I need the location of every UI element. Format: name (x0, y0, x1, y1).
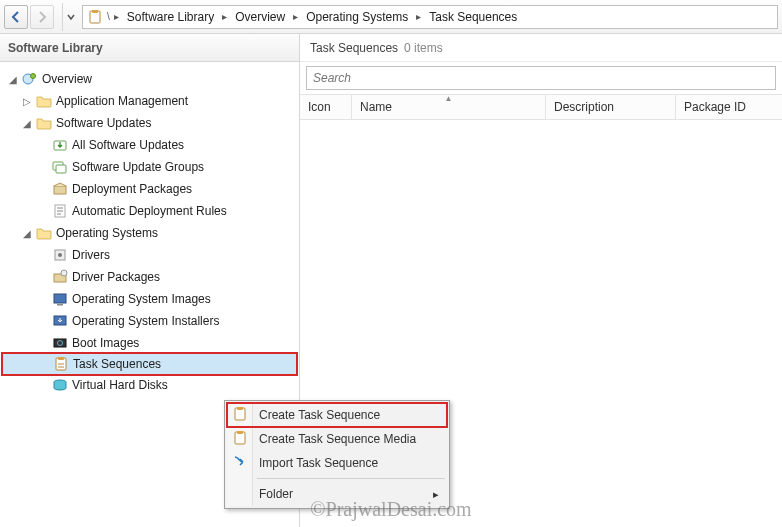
back-button[interactable] (4, 5, 28, 29)
tree-label: Software Update Groups (72, 160, 204, 174)
breadcrumb-item[interactable]: Task Sequences (423, 10, 523, 24)
tree-node-swupdates[interactable]: ◢ Software Updates (2, 112, 297, 134)
tree-label: Overview (42, 72, 92, 86)
os-image-icon (52, 291, 68, 307)
tree-label: Software Updates (56, 116, 151, 130)
search-input[interactable] (307, 71, 775, 85)
menu-create-task-sequence[interactable]: Create Task Sequence (227, 403, 447, 427)
svg-point-12 (61, 270, 67, 276)
tree-node-autodeploy[interactable]: Automatic Deployment Rules (2, 200, 297, 222)
update-icon (52, 137, 68, 153)
boot-image-icon (52, 335, 68, 351)
package-icon (52, 181, 68, 197)
folder-icon (36, 225, 52, 241)
menu-label: Import Task Sequence (259, 456, 378, 470)
tree-node-drivers[interactable]: Drivers (2, 244, 297, 266)
chevron-right-icon: ▸ (112, 11, 121, 22)
svg-rect-13 (54, 294, 66, 303)
tree-node-taskseq[interactable]: Task Sequences (2, 353, 297, 375)
tree-label: Application Management (56, 94, 188, 108)
tree-node-vhd[interactable]: Virtual Hard Disks (2, 374, 297, 396)
update-group-icon (52, 159, 68, 175)
tree-label: Drivers (72, 248, 110, 262)
chevron-right-icon: ▸ (220, 11, 229, 22)
menu-create-task-sequence-media[interactable]: Create Task Sequence Media (227, 427, 447, 451)
driver-icon (52, 247, 68, 263)
col-name[interactable]: Name (352, 95, 546, 119)
task-sequence-icon (53, 356, 69, 372)
search-box[interactable] (306, 66, 776, 90)
breadcrumb-item[interactable]: Operating Systems (300, 10, 414, 24)
svg-rect-19 (58, 357, 64, 360)
tree-node-deploypkg[interactable]: Deployment Packages (2, 178, 297, 200)
expander-icon[interactable]: ◢ (6, 74, 20, 85)
tree-node-driverpkg[interactable]: Driver Packages (2, 266, 297, 288)
svg-rect-14 (57, 304, 63, 306)
rules-icon (52, 203, 68, 219)
tree-node-allswu[interactable]: All Software Updates (2, 134, 297, 156)
tree-node-appmgmt[interactable]: ▷ Application Management (2, 90, 297, 112)
folder-icon (36, 115, 52, 131)
tree-label: Automatic Deployment Rules (72, 204, 227, 218)
clipboard-icon (232, 430, 248, 446)
tree-label: Operating System Installers (72, 314, 219, 328)
tree-label: Task Sequences (73, 357, 161, 371)
tree-label: Operating Systems (56, 226, 158, 240)
svg-point-10 (58, 253, 62, 257)
breadcrumb: \ ▸ Software Library ▸ Overview ▸ Operat… (82, 5, 778, 29)
vhd-icon (52, 377, 68, 393)
tree-label: Operating System Images (72, 292, 211, 306)
svg-rect-7 (54, 186, 66, 194)
expander-icon[interactable]: ◢ (20, 228, 34, 239)
expander-icon[interactable]: ▷ (20, 96, 34, 107)
breadcrumb-item[interactable]: Software Library (121, 10, 220, 24)
svg-rect-6 (56, 165, 66, 173)
menu-label: Create Task Sequence (259, 408, 380, 422)
svg-rect-24 (237, 431, 243, 434)
column-headers: Icon Name Description Package ID (300, 94, 782, 120)
tree-node-swugroups[interactable]: Software Update Groups (2, 156, 297, 178)
chevron-right-icon: ▸ (414, 11, 423, 22)
clipboard-icon (87, 9, 103, 25)
folder-icon (36, 93, 52, 109)
tree-node-bootimg[interactable]: Boot Images (2, 332, 297, 354)
driver-package-icon (52, 269, 68, 285)
toolbar: \ ▸ Software Library ▸ Overview ▸ Operat… (0, 0, 782, 34)
context-menu: Create Task Sequence Create Task Sequenc… (224, 400, 450, 509)
menu-label: Folder (259, 487, 293, 501)
col-icon[interactable]: Icon (300, 95, 352, 119)
import-icon (232, 454, 248, 470)
content-title: Task Sequences (310, 41, 398, 55)
breadcrumb-root-arrow[interactable]: \ (105, 11, 112, 22)
forward-button[interactable] (30, 5, 54, 29)
tree-node-osinstallers[interactable]: Operating System Installers (2, 310, 297, 332)
tree-node-overview[interactable]: ◢ Overview (2, 68, 297, 90)
tree-label: Boot Images (72, 336, 139, 350)
menu-label: Create Task Sequence Media (259, 432, 416, 446)
tree-label: Driver Packages (72, 270, 160, 284)
menu-folder[interactable]: Folder (227, 482, 447, 506)
menu-import-task-sequence[interactable]: Import Task Sequence (227, 451, 447, 475)
os-installer-icon (52, 313, 68, 329)
chevron-right-icon: ▸ (291, 11, 300, 22)
expander-icon[interactable]: ◢ (20, 118, 34, 129)
tree-label: Deployment Packages (72, 182, 192, 196)
item-count: 0 items (404, 41, 443, 55)
col-description[interactable]: Description (546, 95, 676, 119)
clipboard-icon (232, 406, 248, 422)
menu-separator (257, 478, 445, 479)
tree-node-osimages[interactable]: Operating System Images (2, 288, 297, 310)
overview-icon (22, 71, 38, 87)
svg-point-3 (31, 74, 36, 79)
tree-label: All Software Updates (72, 138, 184, 152)
content-header: Task Sequences 0 items (300, 34, 782, 62)
col-package-id[interactable]: Package ID (676, 95, 782, 119)
svg-rect-22 (237, 407, 243, 410)
sidebar-title: Software Library (0, 34, 299, 62)
breadcrumb-dropdown-toggle[interactable] (62, 3, 78, 31)
breadcrumb-item[interactable]: Overview (229, 10, 291, 24)
nav-tree: ◢ Overview ▷ Application Management ◢ So… (0, 62, 299, 402)
tree-label: Virtual Hard Disks (72, 378, 168, 392)
tree-node-os[interactable]: ◢ Operating Systems (2, 222, 297, 244)
svg-rect-1 (92, 10, 98, 13)
